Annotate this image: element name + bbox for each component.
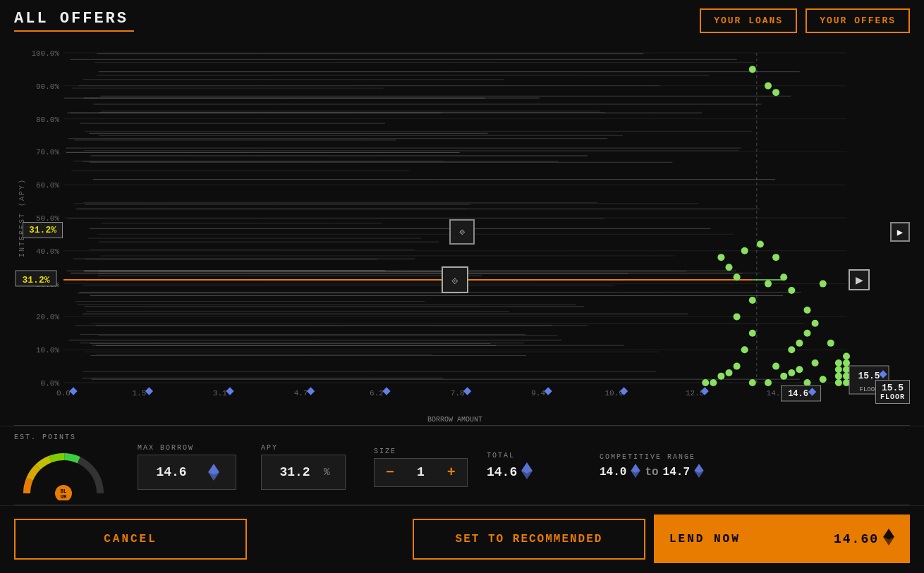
page-title: ALL OFFERS (14, 10, 134, 27)
decrement-button[interactable]: − (375, 459, 406, 486)
eth-icon-lend (883, 529, 894, 549)
apy-label: APY (261, 444, 278, 452)
apy-input[interactable] (270, 460, 320, 485)
est-points-label: EST. POINTS (14, 433, 76, 441)
comp-range-to: 14.7 (663, 466, 690, 479)
floor-badge: 15.5 FLOOR (875, 380, 910, 404)
stat-est-points: EST. POINTS (14, 433, 138, 500)
cancel-button[interactable]: CANCEL (14, 519, 247, 560)
floor-value: 15.5 (880, 383, 905, 393)
max-borrow-label: MAX BORROW (138, 444, 194, 452)
stat-apy: APY % (261, 444, 374, 490)
stat-comp-range: COMPETITIVE RANGE 14.0 to 14.7 (600, 453, 910, 481)
chart-area: 31.2% ⟐ ▶ 15.5 FLOOR (14, 39, 910, 425)
size-stepper: − 1 + (374, 458, 468, 487)
gauge-canvas (14, 444, 113, 500)
total-value-display: 14.6 (487, 462, 533, 483)
stat-max-borrow: MAX BORROW (138, 444, 261, 490)
your-offers-button[interactable]: YOUR OFFERS (806, 8, 910, 33)
size-value: 1 (406, 460, 436, 485)
increment-button[interactable]: + (436, 459, 467, 486)
lend-now-label: LEND NOW (669, 533, 741, 546)
eth-icon-range-from (631, 464, 640, 481)
total-label: TOTAL (487, 452, 515, 460)
lend-amount-value: 14.60 (834, 532, 879, 546)
percent-suffix: % (324, 467, 336, 478)
scroll-right-button[interactable]: ▶ (890, 222, 910, 242)
total-number: 14.6 (487, 465, 517, 479)
stats-bar: EST. POINTS MAX BORROW APY (0, 426, 924, 505)
lend-now-amount-display: 14.60 (834, 529, 894, 549)
eth-icon-total (521, 462, 533, 483)
comp-range-display: 14.0 to 14.7 (600, 464, 704, 481)
drag-handle[interactable]: ⟐ (449, 219, 475, 245)
header-buttons: YOUR LOANS YOUR OFFERS (700, 8, 910, 33)
size-label: SIZE (374, 448, 396, 455)
apy-input-group: % (261, 455, 346, 490)
gauge (14, 444, 113, 500)
comp-range-from: 14.0 (600, 466, 626, 479)
header-title-block: ALL OFFERS (14, 10, 134, 32)
lend-now-button[interactable]: LEND NOW 14.60 (654, 515, 910, 563)
eth-icon-borrow (206, 464, 221, 480)
floor-label: FLOOR (880, 393, 905, 401)
set-recommended-button[interactable]: SET TO RECOMMENDED (413, 519, 645, 560)
comp-range-separator: to (645, 466, 658, 479)
max-borrow-input-group (138, 455, 236, 490)
bottom-bar: CANCEL SET TO RECOMMENDED LEND NOW 14.60 (0, 505, 924, 573)
header-underline (14, 30, 134, 32)
comp-range-label: COMPETITIVE RANGE (600, 453, 695, 461)
your-loans-button[interactable]: YOUR LOANS (700, 8, 797, 33)
eth-icon-range-to (694, 464, 704, 481)
stat-size: SIZE − 1 + (374, 448, 487, 487)
stat-total: TOTAL 14.6 (487, 452, 600, 483)
header: ALL OFFERS YOUR LOANS YOUR OFFERS (0, 0, 924, 33)
main-container: ALL OFFERS YOUR LOANS YOUR OFFERS 31.2% … (0, 0, 924, 573)
max-borrow-input[interactable] (147, 460, 196, 485)
current-apy-badge: 31.2% (23, 222, 63, 238)
